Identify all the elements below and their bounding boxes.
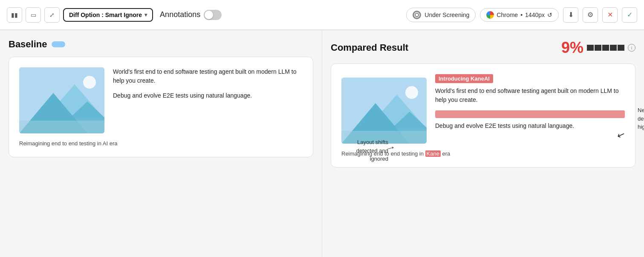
refresh-icon: ↺ [547, 12, 552, 18]
diff-block-1 [587, 45, 594, 51]
download-icon: ⬇ [568, 11, 574, 19]
annotations-toggle[interactable] [204, 10, 222, 20]
diff-option-label: Diff Option : Smart Ignore [69, 12, 142, 18]
baseline-card: World's first end to end software testin… [9, 57, 313, 157]
compared-title: Compared Result [331, 42, 408, 53]
baseline-main-text-2: Debug and evolve E2E tests using natural… [113, 91, 303, 100]
compared-card-text: Introducing KaneAI World's first end to … [435, 74, 625, 130]
browser-dot: • [520, 12, 523, 18]
browser-name: Chrome [497, 12, 518, 18]
under-screening-button[interactable]: Under Screening [406, 8, 476, 22]
diff-option-button[interactable]: Diff Option : Smart Ignore ▾ [63, 8, 153, 22]
compared-main-text-2: Debug and evolve E2E tests using natural… [435, 121, 625, 130]
diff-percent-number: 9% [561, 39, 583, 57]
crop-button[interactable]: ⤢ [44, 7, 60, 23]
compared-image-col [341, 74, 427, 144]
chrome-icon [486, 11, 494, 19]
toolbar-right: Under Screening Chrome • 1440px ↺ ⬇ ⚙ ✕ … [406, 7, 637, 23]
panel-view-button[interactable]: ▭ [26, 7, 41, 23]
new-element-bar [435, 110, 625, 118]
close-icon: ✕ [607, 11, 613, 19]
kane-highlight: Kane [425, 150, 441, 157]
diff-percentage: 9% i [561, 39, 635, 57]
annotations-label: Annotations [160, 10, 200, 19]
browser-size: 1440px [525, 12, 545, 18]
toolbar: ▮▮ ▭ ⤢ Diff Option : Smart Ignore ▾ Anno… [0, 0, 644, 30]
chevron-down-icon: ▾ [144, 12, 147, 18]
toolbar-left: ▮▮ ▭ ⤢ Diff Option : Smart Ignore ▾ Anno… [7, 7, 401, 23]
check-icon: ✓ [627, 11, 632, 19]
svg-point-3 [83, 76, 96, 89]
baseline-card-inner: World's first end to end software testin… [19, 67, 303, 133]
screening-icon [413, 11, 421, 19]
compared-panel: Compared Result 9% i Layout shifts detec… [322, 30, 644, 257]
compared-footer-after: era [441, 150, 450, 157]
baseline-image [19, 67, 104, 133]
baseline-card-text: World's first end to end software testin… [113, 67, 303, 100]
baseline-header: Baseline [9, 39, 313, 50]
baseline-main-text-1: World's first end to end software testin… [113, 67, 303, 85]
svg-point-9 [405, 86, 418, 99]
baseline-footer: Reimagining end to end testing in AI era [19, 140, 303, 147]
baseline-title: Baseline [9, 39, 47, 50]
browser-info: Chrome • 1440px ↺ [480, 8, 559, 22]
svg-rect-7 [19, 121, 104, 133]
diff-block-3 [602, 45, 609, 51]
sidebar-toggle-button[interactable]: ▮▮ [7, 7, 22, 23]
crop-icon: ⤢ [49, 12, 55, 18]
compared-card-wrapper: Layout shifts detected and ignored → New… [331, 64, 635, 167]
compared-header: Compared Result 9% i [331, 39, 635, 57]
new-elements-annotation: New elements detected and highlighted [638, 106, 644, 131]
diff-blocks [587, 45, 624, 51]
introducing-badge: Introducing KaneAI [435, 74, 493, 83]
sidebar-icon: ▮▮ [11, 12, 18, 18]
svg-point-1 [416, 14, 418, 16]
layout-shifts-annotation: Layout shifts detected and ignored [326, 138, 388, 163]
diff-block-2 [595, 45, 601, 51]
confirm-button[interactable]: ✓ [622, 7, 637, 23]
info-icon[interactable]: i [628, 44, 635, 52]
baseline-badge [52, 41, 65, 47]
compared-image [341, 78, 427, 144]
main-content: Baseline [0, 30, 644, 257]
settings-button[interactable]: ⚙ [583, 7, 598, 23]
baseline-panel: Baseline [0, 30, 322, 257]
gear-icon: ⚙ [587, 11, 593, 19]
download-button[interactable]: ⬇ [563, 7, 578, 23]
close-button[interactable]: ✕ [602, 7, 618, 23]
diff-block-5 [618, 45, 624, 51]
panel-icon: ▭ [31, 12, 36, 18]
under-screening-label: Under Screening [425, 12, 469, 18]
diff-block-4 [610, 45, 617, 51]
compared-main-text-1: World's first end to end software testin… [435, 87, 625, 104]
